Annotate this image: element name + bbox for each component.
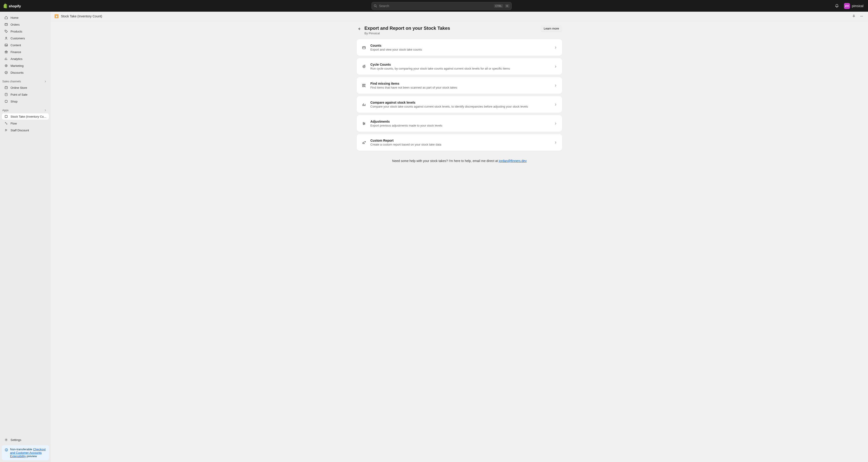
target-icon — [4, 64, 8, 68]
app-staff-discount[interactable]: Staff Discount — [2, 127, 49, 133]
nav-settings[interactable]: Settings — [2, 437, 49, 443]
row-compare-levels[interactable]: Compare against stock levelsCompare your… — [356, 96, 562, 113]
topbar: shopify CTRL K pim pimsical — [0, 0, 868, 12]
row-custom-report[interactable]: Custom ReportCreate a custom report base… — [356, 134, 562, 151]
more-icon[interactable] — [859, 13, 864, 19]
cycle-icon — [362, 64, 366, 69]
row-desc: Find items that have not been scanned as… — [370, 86, 550, 89]
back-button[interactable] — [356, 26, 362, 32]
info-icon — [5, 448, 8, 458]
svg-point-28 — [364, 86, 365, 87]
row-cycle-counts[interactable]: Cycle CountsRun cycle counts, by compari… — [356, 58, 562, 75]
nav-label: Marketing — [10, 64, 24, 67]
channel-pos[interactable]: Point of Sale — [2, 91, 49, 98]
svg-point-6 — [5, 65, 7, 67]
store-name: pimsical — [852, 4, 863, 8]
app-title: Stock Take (Inventory Count) — [61, 14, 849, 18]
channel-online-store[interactable]: Online Store — [2, 85, 49, 91]
shopify-logo[interactable]: shopify — [4, 3, 50, 9]
app-icon: 📋 — [55, 14, 59, 18]
nav-analytics[interactable]: Analytics — [2, 56, 49, 62]
svg-point-16 — [5, 123, 6, 123]
nav-label: Shop — [10, 100, 18, 103]
row-desc: Run cycle counts, by comparing your stoc… — [370, 67, 550, 70]
row-desc: Compare your stock take counts against c… — [370, 105, 550, 108]
nav-label: Finance — [10, 50, 21, 54]
svg-rect-25 — [363, 46, 366, 49]
row-title: Adjustments — [370, 120, 550, 123]
promo-banner: Non-transferable Checkout and Customer A… — [2, 445, 49, 460]
chevron-right-icon — [44, 80, 47, 83]
flow-icon — [4, 121, 8, 125]
nav-products[interactable]: Products — [2, 28, 49, 35]
row-title: Compare against stock levels — [370, 101, 550, 104]
svg-point-7 — [6, 65, 6, 66]
orders-icon — [4, 23, 8, 27]
nav-discounts[interactable]: Discounts — [2, 69, 49, 76]
svg-text:shopify: shopify — [9, 4, 21, 8]
svg-point-4 — [6, 37, 7, 38]
svg-point-3 — [5, 31, 6, 31]
sliders-icon — [362, 121, 366, 126]
nav-customers[interactable]: Customers — [2, 35, 49, 41]
nav-label: Customers — [10, 37, 25, 40]
nav-label: Orders — [10, 23, 20, 26]
channel-shop[interactable]: Shop — [2, 98, 49, 105]
search-input[interactable] — [379, 4, 492, 8]
chevron-right-icon — [554, 103, 557, 106]
row-desc: Export and view your stock take counts — [370, 48, 550, 51]
avatar: pim — [844, 3, 850, 9]
nav-label: Stock Take (Inventory Co... — [10, 115, 46, 118]
nav-orders[interactable]: Orders — [2, 21, 49, 28]
app-flow[interactable]: Flow — [2, 120, 49, 127]
nav-finance[interactable]: Finance — [2, 49, 49, 55]
learn-more-button[interactable]: Learn more — [541, 25, 562, 32]
row-title: Custom Report — [370, 139, 550, 142]
apps-heading[interactable]: Apps — [2, 108, 49, 113]
staff-icon — [4, 128, 8, 132]
row-desc: Create a custom report based on your sto… — [370, 143, 550, 146]
svg-rect-12 — [5, 93, 7, 96]
person-icon — [4, 36, 8, 40]
nav-home[interactable]: Home — [2, 14, 49, 21]
nav-label: Flow — [10, 122, 17, 125]
svg-point-30 — [364, 123, 365, 124]
gear-icon — [4, 438, 8, 442]
chart-icon — [4, 57, 8, 61]
main-column: 📋 Stock Take (Inventory Count) Export an… — [51, 12, 868, 462]
account-menu[interactable]: pim pimsical — [843, 2, 864, 10]
row-title: Counts — [370, 44, 550, 47]
search-box[interactable]: CTRL K — [372, 2, 512, 10]
notifications-icon[interactable] — [833, 2, 840, 9]
svg-rect-14 — [5, 100, 7, 102]
shell: Home Orders Products Customers Content F… — [0, 12, 868, 462]
sales-channels-heading[interactable]: Sales channels — [2, 79, 49, 84]
nav-label: Discounts — [10, 71, 24, 74]
svg-point-32 — [365, 141, 366, 142]
nav-label: Content — [10, 43, 21, 47]
grid-search-icon — [362, 83, 366, 88]
chevron-right-icon — [554, 141, 557, 144]
nav-label: Products — [10, 30, 22, 33]
help-text: Need some help with your stock takes? I'… — [356, 159, 562, 163]
svg-point-26 — [363, 65, 365, 68]
nav-content[interactable]: Content — [2, 42, 49, 48]
bank-icon — [4, 50, 8, 54]
row-title: Cycle Counts — [370, 63, 550, 66]
nav-marketing[interactable]: Marketing — [2, 63, 49, 69]
counts-icon — [362, 45, 366, 50]
pos-icon — [4, 93, 8, 97]
pin-icon[interactable] — [851, 13, 857, 19]
app-icon — [4, 114, 8, 119]
svg-point-27 — [364, 66, 364, 67]
row-counts[interactable]: CountsExport and view your stock take co… — [356, 39, 562, 56]
row-find-missing[interactable]: Find missing itemsFind items that have n… — [356, 77, 562, 94]
row-adjustments[interactable]: AdjustmentsExport previous adjustments m… — [356, 115, 562, 132]
svg-point-18 — [5, 129, 6, 130]
report-icon — [362, 140, 366, 145]
app-stock-take[interactable]: Stock Take (Inventory Co... — [2, 113, 49, 120]
svg-rect-13 — [6, 94, 7, 94]
help-email-link[interactable]: jordan@finners.dev — [499, 159, 527, 163]
app-title-bar: 📋 Stock Take (Inventory Count) — [51, 12, 868, 21]
nav-label: Settings — [10, 438, 21, 442]
